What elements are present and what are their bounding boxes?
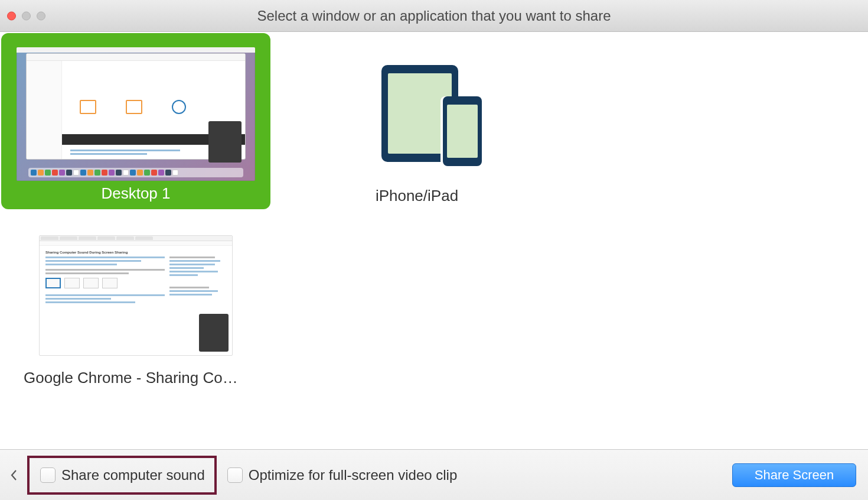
iphone-ipad-icon: [381, 65, 488, 165]
titlebar: Select a window or an application that y…: [0, 0, 868, 32]
optimize-fullscreen-checkbox[interactable]: [227, 467, 243, 483]
share-computer-sound-checkbox[interactable]: [40, 467, 56, 483]
share-option-google-chrome[interactable]: Sharing Computer Sound During Screen Sha…: [39, 235, 233, 356]
back-button[interactable]: [0, 450, 27, 500]
share-screen-button[interactable]: Share Screen: [732, 463, 856, 487]
desktop-thumbnail: [17, 47, 255, 181]
window-title: Select a window or an application that y…: [0, 8, 868, 24]
footer-bar: Share computer sound Optimize for full-s…: [0, 449, 868, 500]
optimize-fullscreen-option: Optimize for full-screen video clip: [227, 467, 457, 483]
share-options-grid: Desktop 1 iPhone/iPad Sharing Comp: [0, 32, 868, 449]
traffic-lights: [7, 11, 45, 20]
share-option-label: iPhone/iPad: [376, 187, 458, 205]
chevron-left-icon: [10, 470, 17, 480]
optimize-fullscreen-label: Optimize for full-screen video clip: [249, 467, 457, 483]
maximize-window-button: [37, 11, 45, 20]
share-option-desktop-1[interactable]: Desktop 1: [1, 33, 270, 209]
share-option-label: Desktop 1: [101, 184, 170, 203]
share-computer-sound-option: Share computer sound: [27, 456, 217, 495]
chrome-window-thumbnail: Sharing Computer Sound During Screen Sha…: [39, 235, 233, 356]
share-option-iphone-ipad[interactable]: iPhone/iPad: [282, 33, 552, 205]
share-computer-sound-label: Share computer sound: [61, 467, 205, 483]
share-option-label: Google Chrome - Sharing Co…: [24, 369, 238, 387]
minimize-window-button: [22, 11, 31, 20]
close-window-button[interactable]: [7, 11, 16, 20]
